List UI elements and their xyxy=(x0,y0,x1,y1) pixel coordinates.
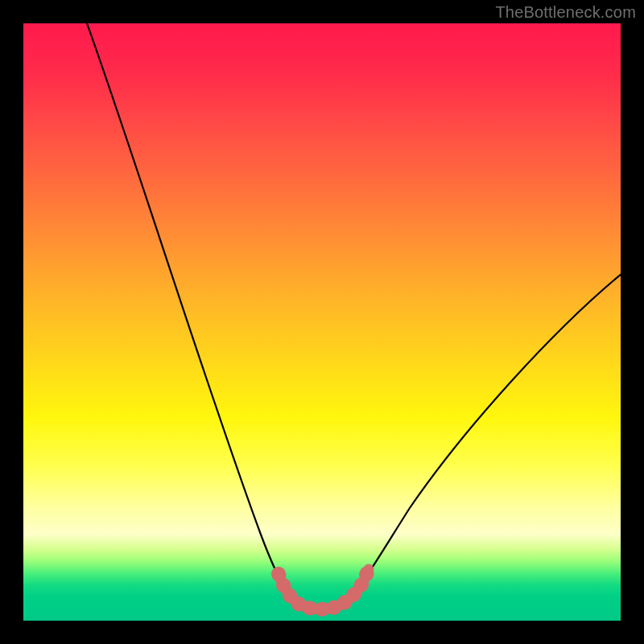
bottleneck-curve xyxy=(23,23,621,621)
curve-black xyxy=(87,23,621,608)
chart-frame: TheBottleneck.com xyxy=(0,0,644,644)
watermark-text: TheBottleneck.com xyxy=(495,3,636,22)
plot-area xyxy=(23,23,621,621)
